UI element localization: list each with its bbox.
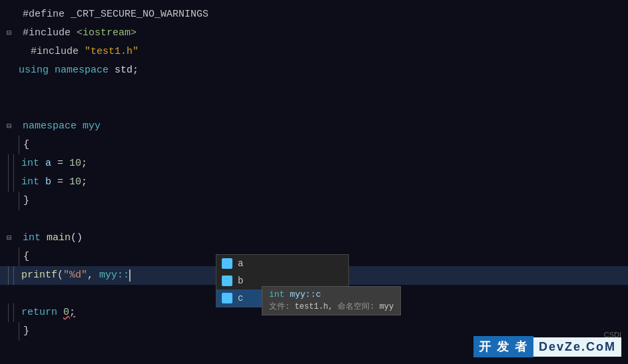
token: 10 [69, 154, 81, 173]
token: 10 [69, 173, 81, 192]
token: } [23, 192, 29, 210]
token: 0 [63, 303, 69, 322]
token: } [23, 322, 29, 341]
gutter-2: ⊟ [7, 24, 20, 43]
token: myy [83, 117, 101, 136]
token: int [23, 229, 47, 248]
token: , [87, 266, 99, 285]
ac-icon-a [222, 258, 232, 269]
tooltip-file-value: test1.h, [294, 302, 333, 311]
ac-icon-c [222, 293, 232, 303]
code-line-8: { [0, 136, 628, 154]
code-line-9: int a = 10; [0, 154, 628, 173]
token: main [47, 229, 71, 248]
token: = [51, 154, 69, 173]
token: "%d" [63, 266, 87, 285]
csdn-label: CSDI [604, 331, 621, 339]
code-line-10: int b = 10; [0, 173, 628, 192]
ac-label-c: c [238, 293, 243, 303]
token: { [23, 136, 29, 154]
svg-rect-1 [225, 262, 229, 266]
token: namespace [55, 61, 115, 80]
tooltip-name: myy::c [290, 289, 321, 299]
code-line-12 [0, 210, 628, 229]
token: "test1.h" [85, 43, 139, 61]
token: namespace [23, 117, 83, 136]
svg-rect-5 [225, 296, 229, 300]
collapse-icon-ns[interactable]: ⊟ [7, 117, 11, 136]
collapse-icon-main[interactable]: ⊟ [7, 229, 11, 248]
code-line-1: #define _CRT_SECURE_NO_WARNINGS [0, 5, 628, 24]
token: () [71, 229, 83, 248]
token: a [45, 154, 51, 173]
code-line-5 [0, 80, 628, 98]
watermark-english: DevZe.CoM [533, 337, 621, 357]
code-line-13: ⊟ int main() [0, 229, 628, 248]
code-line-3: #include "test1.h" [0, 43, 628, 61]
token: int [21, 173, 45, 192]
watermark: 开 发 者 DevZe.CoM [473, 336, 621, 357]
code-line-11: } [0, 192, 628, 210]
tooltip-ns-label: 命名空间: [338, 302, 374, 311]
code-line-2: ⊟ #include <iostream> [0, 24, 628, 43]
code-line-6 [0, 98, 628, 117]
token: std; [115, 61, 139, 80]
ac-label-a: a [238, 258, 243, 269]
token: int [21, 154, 45, 173]
tooltip-file-label: 文件: [269, 302, 290, 311]
ac-label-b: b [238, 275, 243, 286]
token: { [23, 248, 29, 266]
token: #include [31, 43, 85, 61]
token: ; [69, 303, 75, 322]
token: ( [57, 266, 63, 285]
token: _CRT_SECURE_NO_WARNINGS [71, 5, 208, 24]
token: #include [23, 24, 77, 43]
tooltip-type: int [269, 289, 284, 299]
gutter-7: ⊟ [7, 117, 20, 136]
token: <iostream> [77, 24, 137, 43]
ac-icon-b [222, 275, 232, 286]
autocomplete-tooltip: int myy::c 文件: test1.h, 命名空间: myy [262, 286, 401, 315]
ac-item-a[interactable]: a [216, 255, 348, 272]
code-line-4: using namespace std; [0, 61, 628, 80]
code-line-7: ⊟ namespace myy [0, 117, 628, 136]
watermark-chinese: 开 发 者 [473, 336, 533, 357]
token: return [21, 303, 63, 322]
token: using [19, 61, 55, 80]
token: myy:: [99, 266, 129, 285]
token: = [51, 173, 69, 192]
token: ; [81, 154, 87, 173]
token: ; [81, 173, 87, 192]
svg-rect-3 [225, 279, 229, 283]
code-editor: #define _CRT_SECURE_NO_WARNINGS ⊟ #inclu… [0, 0, 628, 364]
text-cursor [129, 270, 131, 281]
token: #define [23, 5, 71, 24]
token: b [45, 173, 51, 192]
gutter-13: ⊟ [7, 229, 20, 248]
collapse-icon[interactable]: ⊟ [7, 24, 11, 43]
tooltip-ns-value: myy [380, 302, 394, 311]
token: printf [21, 266, 57, 285]
